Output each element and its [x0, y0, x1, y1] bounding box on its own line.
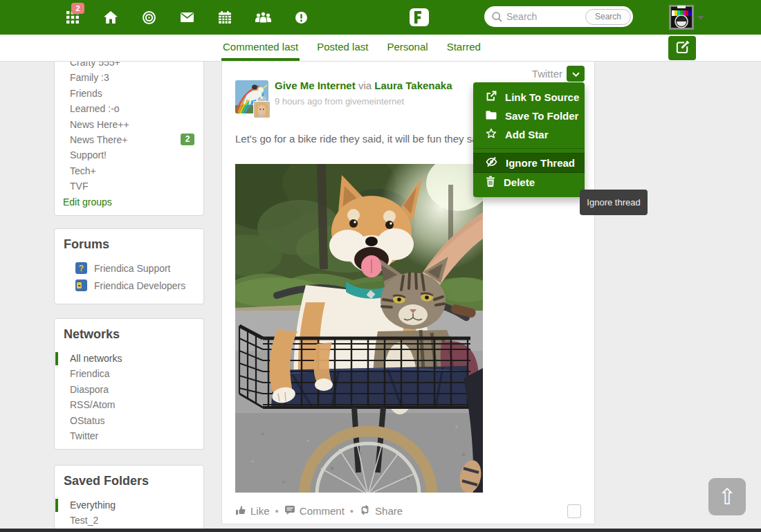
group-item[interactable]: Tech+ [55, 163, 203, 178]
edit-groups-link[interactable]: Edit groups [55, 194, 203, 210]
via-label: via [358, 80, 372, 91]
network-filter-diaspora[interactable]: Diaspora [55, 382, 203, 397]
external-link-icon [486, 91, 497, 104]
top-navbar: 2 [0, 0, 761, 35]
folder-icon [486, 110, 497, 122]
eye-slash-icon [486, 156, 497, 169]
menu-item-delete[interactable]: Delete [473, 173, 585, 192]
apps-menu-button[interactable]: 2 [65, 0, 80, 35]
network-filter-label: All networks [70, 353, 122, 364]
svg-text:?: ? [79, 264, 84, 273]
menu-item-ignore-thread[interactable]: Ignore Thread [473, 153, 585, 173]
forum-avatar-icon: ? [75, 262, 87, 274]
menu-divider [473, 148, 585, 149]
bullseye-icon [143, 11, 156, 24]
tab-posted-last[interactable]: Posted last [315, 35, 369, 61]
tab-starred[interactable]: Starred [446, 35, 482, 61]
home-button[interactable] [103, 0, 118, 35]
messages-button[interactable] [179, 0, 194, 35]
menu-item-label: Delete [504, 176, 535, 188]
community-button[interactable] [141, 0, 156, 35]
post-network-label: Twitter [532, 68, 562, 80]
group-item[interactable]: News Here++ [55, 117, 203, 132]
share-button[interactable]: Share [359, 504, 403, 517]
folder-item-everything[interactable]: Everything [55, 497, 203, 513]
network-filter-twitter[interactable]: Twitter [55, 428, 203, 443]
friendica-stream-page: 2 [0, 0, 761, 532]
search-submit-button[interactable]: Search [585, 9, 631, 25]
mail-icon [181, 12, 194, 22]
via-author-link[interactable]: Laura Takenaka [374, 80, 452, 91]
friendica-logo[interactable] [410, 8, 429, 26]
post-author-link[interactable]: Give Me Internet [275, 80, 356, 91]
group-item[interactable]: Support! [55, 147, 203, 163]
via-author-avatar[interactable] [253, 101, 271, 118]
search-icon [492, 12, 502, 22]
calendar-icon [219, 11, 231, 24]
ignore-thread-tooltip: Ignore thread [580, 190, 648, 215]
home-icon [104, 11, 118, 24]
group-item[interactable]: TVF [55, 178, 203, 194]
contacts-button[interactable] [255, 0, 271, 35]
saved-folders-panel: Saved Folders Everything Test_2 [54, 465, 204, 532]
selected-indicator [55, 352, 58, 365]
tab-personal[interactable]: Personal [385, 35, 429, 61]
menu-item-link-to-source[interactable]: Link To Source [473, 88, 585, 107]
tab-commented-last[interactable]: Commented last [221, 35, 300, 61]
group-unread-badge: 2 [181, 134, 194, 145]
networks-title: Networks [55, 319, 203, 342]
folder-item-label: Everything [70, 499, 116, 511]
menu-item-label: Ignore Thread [506, 157, 575, 169]
network-filter-rss[interactable]: RSS/Atom [55, 397, 203, 412]
post-action-bar: Like • Comment • Share [235, 504, 403, 517]
user-group-icon [255, 12, 271, 23]
networks-panel: Networks All networks Friendica Diaspora… [54, 318, 204, 450]
post-photo[interactable] [235, 164, 483, 493]
compose-post-button[interactable] [668, 36, 696, 60]
search-input[interactable] [502, 11, 585, 22]
trash-icon [486, 176, 495, 189]
forum-item[interactable]: ? Friendica Support [55, 259, 203, 277]
menu-item-label: Add Star [505, 129, 549, 140]
forum-item-label: Friendica Developers [94, 280, 185, 291]
alert-circle-icon [295, 12, 307, 24]
forums-panel: Forums ? Friendica Support Friendica Dev… [54, 228, 204, 304]
notifications-button[interactable] [293, 0, 309, 35]
forum-item[interactable]: Friendica Developers [55, 277, 203, 294]
network-filter-friendica[interactable]: Friendica [55, 366, 203, 381]
scroll-to-top-button[interactable]: ⇧ [708, 478, 746, 515]
menu-item-save-to-folder[interactable]: Save To Folder [473, 107, 585, 125]
group-item[interactable]: Friends [55, 86, 203, 101]
like-button[interactable]: Like [235, 504, 270, 517]
pencil-square-icon [675, 40, 690, 57]
comment-bubble-icon [284, 505, 295, 517]
share-label: Share [375, 505, 403, 517]
user-avatar[interactable] [669, 5, 694, 30]
folder-item-test2[interactable]: Test_2 [55, 513, 203, 528]
menu-item-label: Link To Source [505, 91, 579, 103]
group-item[interactable]: Family :3 [55, 70, 203, 85]
group-item[interactable]: News There+ 2 [55, 132, 203, 147]
user-menu-caret[interactable] [697, 16, 704, 20]
menu-item-add-star[interactable]: Add Star [473, 125, 585, 144]
group-item[interactable]: Learned :-o [55, 101, 203, 116]
stream-tabbar: Commented last Posted last Personal Star… [0, 35, 761, 62]
group-item-label: News There+ [70, 134, 127, 145]
comment-label: Comment [300, 505, 345, 517]
post-select-checkbox[interactable] [567, 504, 581, 518]
thumbs-up-icon [235, 504, 246, 517]
network-filter-ostatus[interactable]: OStatus [55, 413, 203, 428]
up-arrow-icon: ⇧ [718, 484, 737, 509]
comment-button[interactable]: Comment [284, 505, 345, 517]
post-timestamp[interactable]: 9 hours ago from givemeinternet [275, 96, 404, 107]
network-filter-all[interactable]: All networks [55, 351, 203, 366]
post-options-menu: Link To Source Save To Folder Add Star I… [473, 82, 585, 197]
separator-dot: • [350, 505, 354, 517]
forums-title: Forums [55, 229, 203, 252]
menu-item-label: Save To Folder [505, 110, 578, 122]
search-box: Search [484, 6, 633, 27]
post-menu-toggle-button[interactable] [567, 66, 585, 82]
selected-indicator [55, 499, 58, 512]
notification-count-badge: 2 [71, 3, 84, 14]
events-button[interactable] [217, 0, 232, 35]
